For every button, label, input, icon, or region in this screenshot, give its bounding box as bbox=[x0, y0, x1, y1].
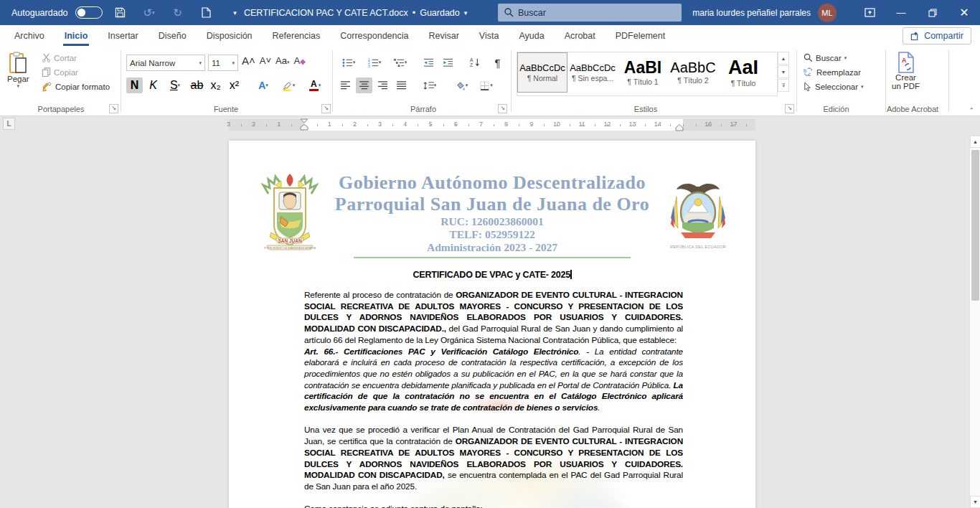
paragraph-3[interactable]: Una vez que se procedió a verificar el P… bbox=[304, 425, 683, 492]
right-indent-marker-icon[interactable] bbox=[675, 124, 684, 131]
clipboard-dialog-launcher-icon[interactable]: ↘ bbox=[109, 104, 118, 113]
text-effects-button[interactable]: A▾ bbox=[253, 77, 274, 93]
paragraph-1[interactable]: Referente al proceso de contratación de … bbox=[304, 290, 683, 347]
ruler-tick bbox=[696, 124, 697, 126]
line-spacing-button[interactable]: ▾ bbox=[418, 77, 441, 93]
tab-insertar[interactable]: Insertar bbox=[98, 25, 148, 46]
replace-label: Reemplazar bbox=[816, 68, 861, 77]
show-formatting-marks-button[interactable]: ¶ bbox=[489, 55, 506, 70]
cut-button[interactable]: Cortar bbox=[42, 53, 110, 62]
italic-button[interactable]: K bbox=[145, 77, 161, 93]
find-button[interactable]: Buscar▾ bbox=[804, 53, 864, 62]
sort-button[interactable]: AZ bbox=[465, 55, 486, 70]
search-input[interactable]: Buscar bbox=[498, 4, 682, 22]
vertical-scrollbar[interactable]: ▲ ▼ bbox=[969, 136, 980, 508]
font-name-select[interactable]: Arial Narrow▾ bbox=[126, 55, 205, 71]
tab-inicio[interactable]: Inicio bbox=[55, 25, 98, 46]
create-pdf-button[interactable]: A Crear un PDF bbox=[892, 52, 920, 90]
styles-dialog-launcher-icon[interactable]: ↘ bbox=[785, 104, 794, 113]
user-name[interactable]: maria lourdes peñafiel parrales bbox=[692, 8, 811, 18]
style-preview: AaBbC bbox=[670, 60, 715, 75]
scrollbar-thumb[interactable] bbox=[971, 150, 979, 301]
superscript-button[interactable]: x² bbox=[226, 77, 242, 93]
strikethrough-button[interactable]: ab bbox=[189, 77, 205, 93]
avatar[interactable]: ML bbox=[818, 4, 837, 22]
align-left-button[interactable] bbox=[337, 77, 354, 93]
subscript-button[interactable]: x₂ bbox=[207, 77, 224, 93]
save-icon[interactable] bbox=[110, 4, 131, 22]
text-highlight-button[interactable]: ▾ bbox=[276, 77, 301, 93]
shading-button[interactable]: ▾ bbox=[450, 77, 473, 93]
undo-icon[interactable]: ↺▾ bbox=[138, 4, 160, 22]
style-título[interactable]: AaI¶ Título bbox=[718, 52, 768, 93]
align-center-button[interactable] bbox=[356, 77, 372, 93]
paragraph-dialog-launcher-icon[interactable]: ↘ bbox=[498, 104, 507, 113]
clear-formatting-button[interactable]: A◆ bbox=[293, 55, 305, 66]
font-dialog-launcher-icon[interactable]: ↘ bbox=[321, 104, 331, 113]
decrease-indent-button[interactable] bbox=[420, 55, 437, 70]
restore-button[interactable] bbox=[917, 0, 948, 25]
document-area[interactable]: SAN JUAN POR EL HONOR Y LA GRANDEZA DE L… bbox=[0, 133, 969, 508]
align-right-button[interactable] bbox=[374, 77, 391, 93]
paste-button[interactable]: Pegar ▾ bbox=[7, 52, 29, 89]
borders-button[interactable]: ▾ bbox=[475, 77, 498, 93]
styles-more-icon[interactable]: ⊽ bbox=[778, 79, 789, 92]
ribbon-display-options-icon[interactable] bbox=[854, 0, 885, 25]
scroll-down-icon[interactable]: ▼ bbox=[970, 496, 980, 508]
style-título-1[interactable]: AaBI¶ Título 1 bbox=[618, 52, 668, 93]
font-color-button[interactable]: A▾ bbox=[303, 77, 327, 93]
document-title[interactable]: CERTIFICACION PAC Y CATE ACT.docx • Guar… bbox=[244, 0, 467, 25]
select-button[interactable]: Seleccionar▾ bbox=[804, 82, 864, 91]
document-body[interactable]: Referente al proceso de contratación de … bbox=[304, 290, 683, 508]
tab-pdfelement[interactable]: PDFelement bbox=[606, 25, 675, 46]
indent-marker-icon[interactable] bbox=[300, 118, 308, 131]
multilevel-list-button[interactable]: ▾ bbox=[389, 55, 412, 70]
style-título-2[interactable]: AaBbC¶ Título 2 bbox=[668, 52, 718, 93]
tab-revisar[interactable]: Revisar bbox=[418, 25, 468, 46]
tab-acrobat[interactable]: Acrobat bbox=[555, 25, 606, 46]
tab-disposición[interactable]: Disposición bbox=[197, 25, 263, 46]
paragraph-4[interactable]: Como constancia se adjunta captura de pa… bbox=[304, 504, 683, 508]
replace-button[interactable]: bc Reemplazar bbox=[804, 67, 864, 77]
redo-icon[interactable]: ↻ bbox=[167, 4, 189, 22]
shrink-font-button[interactable]: A˅ bbox=[260, 55, 271, 66]
tab-archivo[interactable]: Archivo bbox=[4, 25, 55, 46]
minimize-button[interactable]: — bbox=[885, 0, 917, 25]
style-normal[interactable]: AaBbCcDc¶ Normal bbox=[517, 52, 567, 93]
style-sin-espa[interactable]: AaBbCcDc¶ Sin espa... bbox=[567, 52, 618, 93]
tab-diseño[interactable]: Diseño bbox=[149, 25, 197, 46]
format-painter-button[interactable]: Copiar formato bbox=[42, 82, 110, 92]
close-button[interactable]: ✕ bbox=[948, 0, 980, 25]
bold-button[interactable]: N bbox=[126, 77, 143, 93]
new-document-icon[interactable] bbox=[196, 4, 217, 22]
copy-button[interactable]: Copiar bbox=[42, 67, 110, 77]
paragraph-2[interactable]: Art. 66.- Certificaciones PAC y Verifica… bbox=[304, 347, 683, 414]
underline-button[interactable]: S▾ bbox=[164, 77, 187, 93]
bullet-list-button[interactable]: ▾ bbox=[337, 55, 360, 70]
grow-font-button[interactable]: A˄ bbox=[242, 55, 255, 67]
tab-correspondencia[interactable]: Correspondencia bbox=[330, 25, 418, 46]
autosave-toggle[interactable] bbox=[75, 6, 103, 19]
ruler-tick bbox=[266, 124, 267, 126]
customize-quick-access-icon[interactable]: ▾ bbox=[225, 4, 246, 22]
tab-referencias[interactable]: Referencias bbox=[263, 25, 331, 46]
numbered-list-button[interactable]: 123▾ bbox=[363, 55, 386, 70]
increase-indent-button[interactable] bbox=[440, 55, 456, 70]
scroll-up-icon[interactable]: ▲ bbox=[970, 136, 980, 148]
align-center-icon bbox=[359, 81, 369, 90]
tab-vista[interactable]: Vista bbox=[469, 25, 509, 46]
font-size-select[interactable]: 11▾ bbox=[208, 55, 238, 71]
text-run: Art. 66.- Certificaciones PAC y Verifica… bbox=[304, 347, 578, 357]
horizontal-ruler[interactable]: 32112345678910111213141617 bbox=[229, 119, 755, 131]
styles-scroll-up-icon[interactable]: ▲ bbox=[778, 52, 789, 65]
document-page[interactable]: SAN JUAN POR EL HONOR Y LA GRANDEZA DE L… bbox=[229, 141, 755, 508]
justify-button[interactable] bbox=[393, 77, 410, 93]
certificate-heading[interactable]: CERTIFICADO DE VPAC y CATE- 2025 bbox=[229, 270, 755, 280]
collapse-ribbon-icon[interactable]: ⌃ bbox=[969, 107, 974, 114]
tab-ayuda[interactable]: Ayuda bbox=[509, 25, 554, 46]
ruler-tick bbox=[733, 124, 734, 126]
tab-selector[interactable]: L bbox=[3, 118, 15, 130]
change-case-button[interactable]: Aa▾ bbox=[275, 55, 289, 66]
styles-scroll-down-icon[interactable]: ▼ bbox=[778, 65, 789, 78]
share-button[interactable]: Compartir bbox=[903, 27, 971, 44]
